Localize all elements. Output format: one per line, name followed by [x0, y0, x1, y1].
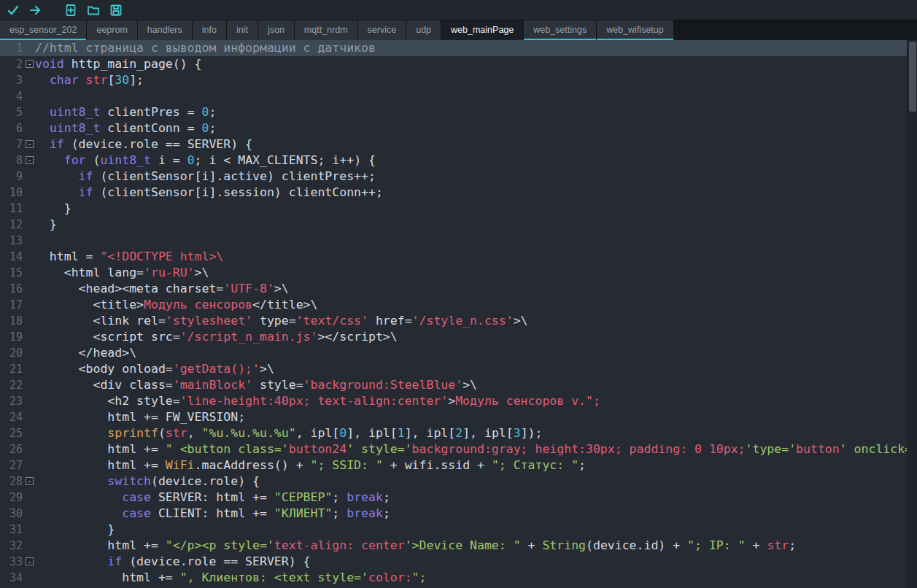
- code-text: <script src='/script_n_main.js'></script…: [35, 329, 917, 345]
- vertical-scrollbar[interactable]: [907, 40, 917, 588]
- tab-web_wifisetup[interactable]: web_wifisetup: [597, 20, 673, 40]
- code-line-11[interactable]: 11 }: [0, 201, 917, 217]
- upload-button[interactable]: [28, 2, 44, 18]
- line-number: 18: [0, 313, 23, 329]
- code-line-3[interactable]: 3 char str[30];: [0, 72, 917, 88]
- code-line-25[interactable]: 25 sprintf(str, "%u.%u.%u.%u", ipl[0], i…: [0, 425, 917, 441]
- code-line-19[interactable]: 19 <script src='/script_n_main.js'></scr…: [0, 329, 917, 345]
- code-text: if (device.role == SERVER) {: [35, 554, 917, 570]
- code-line-10[interactable]: 10 if (clientSensor[i].session) clientCo…: [0, 185, 917, 201]
- code-line-18[interactable]: 18 <link rel='stylesheet' type='text/css…: [0, 313, 917, 329]
- code-line-28[interactable]: 28- switch(device.role) {: [0, 473, 917, 490]
- line-number: 7: [0, 136, 23, 152]
- line-number: 20: [0, 345, 23, 361]
- line-number: 31: [0, 522, 23, 538]
- tab-web_mainPage[interactable]: web_mainPage: [441, 20, 523, 40]
- code-line-8[interactable]: 8- for (uint8_t i = 0; i < MAX_CLIENTS; …: [0, 152, 917, 169]
- tab-init[interactable]: init: [227, 20, 258, 40]
- code-line-13[interactable]: 13: [0, 233, 917, 249]
- code-text: html += FW_VERSION;: [35, 409, 917, 425]
- line-number: 6: [0, 120, 23, 136]
- code-text: <h2 style='line-height:40px; text-align:…: [35, 393, 917, 409]
- code-line-15[interactable]: 15 <html lang='ru-RU'>\: [0, 265, 917, 281]
- fold-spacer: [23, 409, 35, 425]
- fold-spacer: [23, 249, 35, 265]
- line-number: 17: [0, 297, 23, 313]
- line-number: 14: [0, 249, 23, 265]
- code-line-29[interactable]: 29 case SERVER: html += "СЕРВЕР"; break;: [0, 490, 917, 506]
- code-line-5[interactable]: 5 uint8_t clientPres = 0;: [0, 104, 917, 120]
- code-text: case CLIENT: html += "КЛИЕНТ"; break;: [35, 506, 917, 522]
- code-line-22[interactable]: 22 <div class='mainBlock' style='backgro…: [0, 377, 917, 393]
- fold-spacer: [23, 201, 35, 217]
- line-number: 2: [0, 56, 23, 72]
- code-line-4[interactable]: 4: [0, 88, 917, 104]
- tab-json[interactable]: json: [258, 20, 294, 40]
- code-line-30[interactable]: 30 case CLIENT: html += "КЛИЕНТ"; break;: [0, 506, 917, 522]
- code-text: if (clientSensor[i].active) clientPres++…: [35, 169, 917, 185]
- line-number: 1: [0, 40, 23, 56]
- tab-info[interactable]: info: [193, 20, 226, 40]
- scrollbar-thumb[interactable]: [909, 42, 916, 112]
- code-text: char str[30];: [35, 72, 917, 88]
- code-text: <head><meta charset='UTF-8'>\: [35, 281, 917, 297]
- code-text: }: [35, 522, 917, 538]
- line-number: 9: [0, 169, 23, 185]
- code-text: html = "<!DOCTYPE html>\: [35, 249, 917, 265]
- line-number: 10: [0, 185, 23, 201]
- tab-service[interactable]: service: [358, 20, 406, 40]
- save-button[interactable]: [108, 2, 124, 18]
- code-line-17[interactable]: 17 <title>Модуль сенсоров</title>\: [0, 297, 917, 313]
- line-number: 21: [0, 361, 23, 377]
- code-line-27[interactable]: 27 html += WiFi.macAddress() + "; SSID: …: [0, 457, 917, 473]
- code-line-33[interactable]: 33- if (device.role == SERVER) {: [0, 554, 917, 570]
- fold-spacer: [23, 377, 35, 393]
- code-line-20[interactable]: 20 </head>\: [0, 345, 917, 361]
- code-text: void http_main_page() {: [35, 56, 917, 72]
- code-line-2[interactable]: 2-void http_main_page() {: [0, 56, 917, 72]
- code-line-9[interactable]: 9 if (clientSensor[i].active) clientPres…: [0, 169, 917, 185]
- code-line-1[interactable]: 1//html страница с выводом информации с …: [0, 40, 917, 56]
- code-line-21[interactable]: 21 <body onload='getData();'>\: [0, 361, 917, 377]
- code-text: html += " <button class='button24' style…: [35, 441, 917, 457]
- tab-udp[interactable]: udp: [406, 20, 441, 40]
- fold-spacer: [23, 538, 35, 554]
- tab-web_settings[interactable]: web_settings: [524, 20, 596, 40]
- line-number: 24: [0, 409, 23, 425]
- code-line-26[interactable]: 26 html += " <button class='button24' st…: [0, 441, 917, 457]
- fold-spacer: [23, 313, 35, 329]
- code-line-24[interactable]: 24 html += FW_VERSION;: [0, 409, 917, 425]
- code-line-23[interactable]: 23 <h2 style='line-height:40px; text-ali…: [0, 393, 917, 409]
- fold-marker-icon[interactable]: -: [23, 136, 35, 152]
- fold-spacer: [23, 185, 35, 201]
- verify-button[interactable]: [5, 2, 21, 18]
- line-number: 30: [0, 506, 23, 522]
- fold-marker-icon[interactable]: -: [23, 554, 35, 570]
- code-line-12[interactable]: 12 }: [0, 217, 917, 233]
- code-line-6[interactable]: 6 uint8_t clientConn = 0;: [0, 120, 917, 136]
- code-line-16[interactable]: 16 <head><meta charset='UTF-8'>\: [0, 281, 917, 297]
- code-text: if (device.role == SERVER) {: [35, 136, 917, 152]
- code-line-34[interactable]: 34 html += ", Клиентов: <text style='col…: [0, 570, 917, 586]
- toolbar: [0, 0, 917, 20]
- code-line-31[interactable]: 31 }: [0, 522, 917, 538]
- fold-marker-icon[interactable]: -: [23, 56, 35, 72]
- fold-marker-icon[interactable]: -: [23, 473, 35, 490]
- fold-marker-icon[interactable]: -: [23, 152, 35, 169]
- folder-icon: [87, 4, 100, 17]
- fold-spacer: [23, 441, 35, 457]
- tab-handlers[interactable]: handlers: [138, 20, 192, 40]
- fold-spacer: [23, 104, 35, 120]
- code-line-14[interactable]: 14 html = "<!DOCTYPE html>\: [0, 249, 917, 265]
- fold-spacer: [23, 425, 35, 441]
- tab-eeprom[interactable]: eeprom: [87, 20, 136, 40]
- tab-esp_sensor_202[interactable]: esp_sensor_202: [0, 20, 86, 40]
- floppy-icon: [109, 4, 123, 17]
- new-sketch-button[interactable]: [63, 2, 79, 18]
- code-line-32[interactable]: 32 html += "</p><p style='text-align: ce…: [0, 538, 917, 554]
- code-editor[interactable]: 1//html страница с выводом информации с …: [0, 40, 917, 588]
- tab-bar: esp_sensor_202eepromhandlersinfoinitjson…: [0, 20, 917, 40]
- open-button[interactable]: [85, 2, 101, 18]
- code-line-7[interactable]: 7- if (device.role == SERVER) {: [0, 136, 917, 152]
- tab-mqtt_nrdm[interactable]: mqtt_nrdm: [295, 20, 357, 40]
